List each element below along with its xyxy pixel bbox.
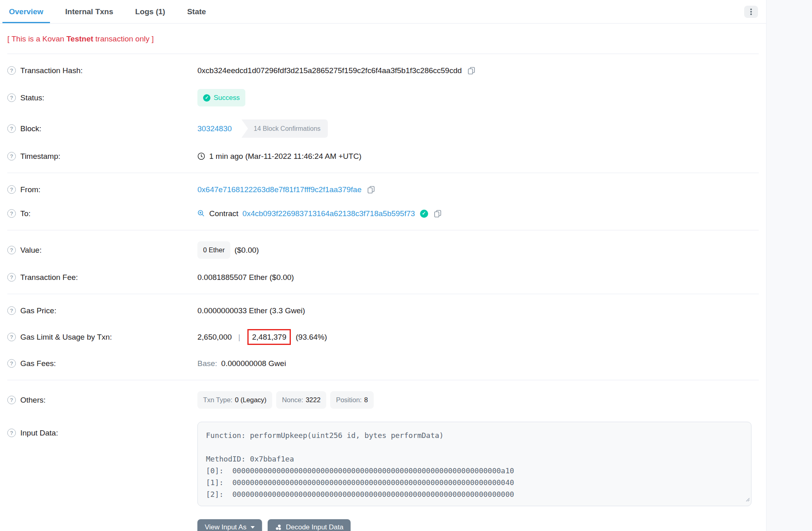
section-addresses: From: 0x647e7168122263d8e7f81f17fff9c2f1… — [0, 173, 766, 230]
to-label: To: — [20, 208, 30, 219]
view-input-as-button[interactable]: View Input As — [197, 519, 262, 531]
position-value: 8 — [364, 394, 368, 405]
help-icon[interactable] — [7, 152, 16, 160]
ether-value: 0 Ether — [203, 245, 225, 256]
status-value: Success — [214, 92, 240, 103]
row-value: Value: 0 Ether ($0.00) — [0, 235, 766, 265]
gas-price-value: 0.0000000033 Ether (3.3 Gwei) — [197, 305, 305, 316]
base-fee-value: 0.000000008 Gwei — [221, 358, 286, 369]
gas-limit-label: Gas Limit & Usage by Txn: — [20, 332, 112, 342]
decode-icon — [275, 524, 282, 531]
copy-icon[interactable] — [434, 210, 442, 218]
nonce-value: 3222 — [305, 394, 320, 405]
help-icon[interactable] — [7, 359, 16, 368]
testnet-warning: [ This is a Kovan Testnet transaction on… — [0, 24, 766, 54]
clock-icon — [197, 152, 205, 160]
zoom-in-icon[interactable] — [197, 210, 205, 217]
section-summary: Transaction Hash: 0xcb324eedcd1d07296fdf… — [0, 54, 766, 173]
help-icon[interactable] — [7, 333, 16, 341]
warning-bold: Testnet — [66, 35, 93, 43]
tab-overview[interactable]: Overview — [2, 0, 50, 23]
transaction-hash-label: Transaction Hash: — [20, 65, 82, 76]
input-data-content: Function: performUpkeep(uint256 id, byte… — [206, 429, 743, 500]
section-others: Others: Txn Type: 0 (Legacy) Nonce: 3222… — [0, 380, 766, 531]
copy-icon[interactable] — [468, 67, 475, 75]
row-label: Transaction Fee: — [7, 272, 197, 283]
decode-input-data-button[interactable]: Decode Input Data — [268, 519, 351, 531]
txn-type-label: Txn Type: — [203, 394, 232, 405]
row-label: Status: — [7, 92, 197, 103]
others-label: Others: — [20, 394, 45, 405]
row-label: Gas Price: — [7, 305, 197, 316]
txn-type-value: 0 (Legacy) — [235, 394, 266, 405]
tab-logs[interactable]: Logs (1) — [129, 0, 172, 23]
from-address-link[interactable]: 0x647e7168122263d8e7f81f17fff9c2f1aa379f… — [197, 184, 362, 195]
input-data-actions: View Input As Decode Input Data — [197, 519, 766, 531]
help-icon[interactable] — [7, 66, 16, 75]
block-number-link[interactable]: 30324830 — [197, 123, 232, 134]
gas-separator: | — [236, 332, 243, 342]
position-label: Position: — [336, 394, 362, 405]
row-from: From: 0x647e7168122263d8e7f81f17fff9c2f1… — [0, 178, 766, 202]
input-data-label: Input Data: — [20, 427, 58, 438]
help-icon[interactable] — [7, 246, 16, 254]
ether-value-badge: 0 Ether — [197, 241, 230, 259]
transaction-details-card: Overview Internal Txns Logs (1) State [ … — [0, 0, 767, 531]
transaction-hash-value: 0xcb324eedcd1d07296fdf3d215a2865275f159c… — [197, 65, 462, 76]
view-input-as-label: View Input As — [205, 523, 247, 531]
gas-limit-value: 2,650,000 — [197, 332, 232, 342]
tab-state[interactable]: State — [181, 0, 212, 23]
row-label: Timestamp: — [7, 151, 197, 162]
contract-word: Contract — [209, 208, 238, 219]
block-confirmations-badge: 14 Block Confirmations — [242, 119, 328, 138]
help-icon[interactable] — [7, 209, 16, 218]
row-gas-limit-usage: Gas Limit & Usage by Txn: 2,650,000 | 2,… — [0, 323, 766, 351]
block-label: Block: — [20, 123, 41, 134]
row-input-data: Input Data: Function: performUpkeep(uint… — [0, 415, 766, 513]
row-to: To: Contract 0x4cb093f226983713164a62138… — [0, 202, 766, 225]
kebab-menu-icon — [750, 11, 752, 13]
value-label: Value: — [20, 245, 41, 256]
warning-suffix: transaction only ] — [93, 35, 154, 43]
help-icon[interactable] — [7, 185, 16, 194]
gas-used-annotation-box: 2,481,379 — [247, 329, 291, 345]
tabs-bar: Overview Internal Txns Logs (1) State — [0, 0, 766, 24]
decode-input-data-label: Decode Input Data — [286, 523, 344, 531]
gas-used-percent: (93.64%) — [296, 332, 327, 342]
help-icon[interactable] — [7, 396, 16, 404]
timestamp-label: Timestamp: — [20, 151, 61, 162]
row-gas-price: Gas Price: 0.0000000033 Ether (3.3 Gwei) — [0, 299, 766, 323]
txn-type-badge: Txn Type: 0 (Legacy) — [197, 391, 272, 409]
gas-price-label: Gas Price: — [20, 305, 56, 316]
row-label: Transaction Hash: — [7, 65, 197, 76]
row-others: Others: Txn Type: 0 (Legacy) Nonce: 3222… — [0, 385, 766, 415]
row-label: From: — [7, 184, 197, 195]
row-label: To: — [7, 208, 197, 219]
nonce-label: Nonce: — [282, 394, 303, 405]
help-icon[interactable] — [7, 93, 16, 102]
input-data-textarea[interactable]: Function: performUpkeep(uint256 id, byte… — [197, 422, 751, 506]
kebab-menu-button[interactable] — [744, 6, 758, 18]
position-badge: Position: 8 — [330, 391, 373, 409]
row-label: Gas Limit & Usage by Txn: — [7, 332, 197, 342]
to-address-link[interactable]: 0x4cb093f226983713164a62138c3f718a5b595f… — [243, 208, 415, 219]
help-icon[interactable] — [7, 273, 16, 282]
from-label: From: — [20, 184, 41, 195]
verified-contract-icon — [420, 210, 428, 218]
base-fee-label: Base: — [197, 358, 217, 369]
row-gas-fees: Gas Fees: Base: 0.000000008 Gwei — [0, 351, 766, 375]
row-timestamp: Timestamp: 1 min ago (Mar-11-2022 11:46:… — [0, 144, 766, 168]
row-status: Status: Success — [0, 82, 766, 113]
row-transaction-fee: Transaction Fee: 0.0081885507 Ether ($0.… — [0, 265, 766, 289]
status-badge: Success — [197, 89, 245, 106]
help-icon[interactable] — [7, 429, 16, 437]
row-label: Others: — [7, 394, 197, 405]
row-block: Block: 30324830 14 Block Confirmations — [0, 113, 766, 144]
tab-internal-txns[interactable]: Internal Txns — [59, 0, 120, 23]
resize-grip-icon[interactable] — [745, 494, 750, 505]
copy-icon[interactable] — [367, 186, 375, 194]
help-icon[interactable] — [7, 306, 16, 315]
chevron-down-icon — [251, 526, 255, 529]
gas-used-value: 2,481,379 — [252, 333, 286, 341]
help-icon[interactable] — [7, 124, 16, 133]
